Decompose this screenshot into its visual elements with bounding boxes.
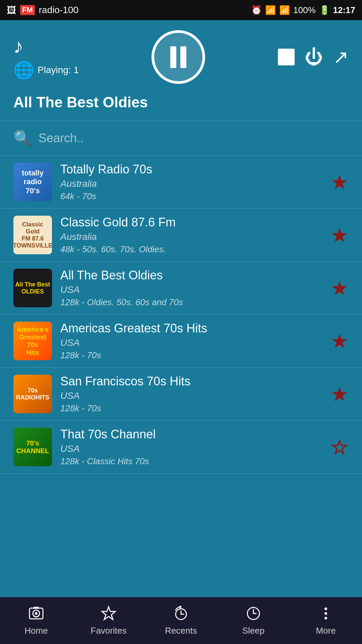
battery-icon: 🔋 xyxy=(319,5,330,15)
station-info: That 70s Channel USA 128k - Classic Hits… xyxy=(60,427,322,467)
station-details: 64k - 70s xyxy=(60,191,322,202)
main-content: ♪ 🌐 Playing: 1 ⏻ ↗ All The Best Oldies 🔍 xyxy=(0,20,362,597)
player-header: ♪ 🌐 Playing: 1 ⏻ ↗ xyxy=(0,20,362,91)
nav-item-recents[interactable]: Recents xyxy=(145,605,217,636)
station-item[interactable]: totallyradio70's Totally Radio 70s Austr… xyxy=(0,156,362,209)
station-name: Classic Gold 87.6 Fm xyxy=(60,215,322,229)
sleep-icon xyxy=(245,605,261,623)
status-bar: 🖼 FM radio-100 ⏰ 📶 📶 100% 🔋 12:17 xyxy=(0,0,362,20)
nav-label-home: Home xyxy=(24,626,48,636)
station-country: USA xyxy=(60,443,322,454)
station-item[interactable]: America'sGreatest70sHits Americas Greate… xyxy=(0,315,362,368)
station-name: All The Best Oldies xyxy=(60,268,322,282)
recents-icon xyxy=(173,605,189,623)
nav-label-sleep: Sleep xyxy=(242,626,265,636)
status-bar-left: 🖼 FM radio-100 xyxy=(7,5,78,16)
nav-label-recents: Recents xyxy=(165,626,197,636)
station-name: Totally Radio 70s xyxy=(60,162,322,176)
station-favorite-star[interactable]: ★ xyxy=(330,382,349,406)
share-button[interactable]: ↗ xyxy=(333,46,349,68)
nav-item-home[interactable]: Home xyxy=(0,605,72,636)
station-list: totallyradio70's Totally Radio 70s Austr… xyxy=(0,156,362,597)
station-item[interactable]: 70sRADIOHITS San Franciscos 70s Hits USA… xyxy=(0,368,362,421)
station-logo: America'sGreatest70sHits xyxy=(13,322,52,360)
station-favorite-star[interactable]: ★ xyxy=(330,276,349,300)
search-icon: 🔍 xyxy=(13,129,32,147)
station-item[interactable]: 70'sCHANNEL That 70s Channel USA 128k - … xyxy=(0,421,362,474)
station-info: San Franciscos 70s Hits USA 128k - 70s xyxy=(60,374,322,414)
favorites-icon xyxy=(101,605,117,623)
station-logo: All The BestOLDIES xyxy=(13,269,52,307)
photo-icon: 🖼 xyxy=(7,5,16,16)
svg-point-8 xyxy=(324,612,327,615)
pause-icon xyxy=(170,46,186,68)
station-logo: totallyradio70's xyxy=(13,163,52,201)
player-controls-right: ⏻ ↗ xyxy=(278,46,349,68)
music-note-icon: ♪ xyxy=(13,35,23,58)
station-item[interactable]: All The BestOLDIES All The Best Oldies U… xyxy=(0,262,362,315)
pause-button[interactable] xyxy=(152,30,205,84)
station-info: Classic Gold 87.6 Fm Australia 48k - 50s… xyxy=(60,215,322,255)
station-country: Australia xyxy=(60,178,322,189)
svg-point-9 xyxy=(324,617,327,620)
station-details: 128k - Oldies. 50s. 60s and 70s xyxy=(60,297,322,308)
now-playing-title: All The Best Oldies xyxy=(13,94,349,111)
status-bar-right: ⏰ 📶 📶 100% 🔋 12:17 xyxy=(251,5,355,15)
station-logo: 70'sCHANNEL xyxy=(13,428,52,466)
svg-rect-3 xyxy=(34,607,39,609)
svg-point-2 xyxy=(35,612,38,615)
wifi-icon: 📶 xyxy=(265,5,276,15)
station-favorite-star[interactable]: ★ xyxy=(330,170,349,194)
station-logo: 70sRADIOHITS xyxy=(13,375,52,413)
bottom-nav: Home Favorites Recents Sleep More xyxy=(0,597,362,644)
playing-label: Playing: 1 xyxy=(38,65,79,75)
svg-point-7 xyxy=(324,607,327,610)
station-info: Totally Radio 70s Australia 64k - 70s xyxy=(60,162,322,202)
station-favorite-star[interactable]: ★ xyxy=(330,223,349,247)
globe-icon: 🌐 xyxy=(13,60,34,80)
more-icon xyxy=(318,605,334,623)
clock: 12:17 xyxy=(333,5,356,15)
station-details: 128k - 70s xyxy=(60,403,322,414)
power-button[interactable]: ⏻ xyxy=(305,46,323,68)
station-country: Australia xyxy=(60,231,322,242)
station-logo: ClassicGoldFM 87.6TOWNSVILLE xyxy=(13,216,52,254)
now-playing-section: All The Best Oldies xyxy=(0,91,362,121)
station-country: USA xyxy=(60,337,322,348)
nav-item-favorites[interactable]: Favorites xyxy=(72,605,145,636)
home-icon xyxy=(28,605,44,623)
station-name: San Franciscos 70s Hits xyxy=(60,374,322,388)
station-details: 48k - 50s. 60s. 70s. Oldies. xyxy=(60,244,322,255)
alarm-icon: ⏰ xyxy=(251,5,262,15)
station-favorite-star[interactable]: ☆ xyxy=(330,435,349,459)
stop-button[interactable] xyxy=(278,49,295,65)
station-info: All The Best Oldies USA 128k - Oldies. 5… xyxy=(60,268,322,308)
station-country: USA xyxy=(60,390,322,401)
station-name: Americas Greatest 70s Hits xyxy=(60,321,322,335)
station-item[interactable]: ClassicGoldFM 87.6TOWNSVILLE Classic Gol… xyxy=(0,209,362,262)
battery-percent: 100% xyxy=(293,5,316,15)
radio-icon: FM xyxy=(20,5,35,15)
station-info: Americas Greatest 70s Hits USA 128k - 70… xyxy=(60,321,322,361)
station-favorite-star[interactable]: ★ xyxy=(330,329,349,353)
nav-item-more[interactable]: More xyxy=(290,605,362,636)
nav-item-sleep[interactable]: Sleep xyxy=(217,605,290,636)
nav-label-favorites: Favorites xyxy=(91,626,127,636)
svg-marker-4 xyxy=(102,607,115,620)
station-name: That 70s Channel xyxy=(60,427,322,441)
search-bar: 🔍 xyxy=(0,121,362,156)
station-details: 128k - Classic Hits 70s xyxy=(60,456,322,467)
station-country: USA xyxy=(60,284,322,295)
station-details: 128k - 70s xyxy=(60,350,322,361)
search-input[interactable] xyxy=(39,131,349,145)
signal-icon: 📶 xyxy=(279,5,290,15)
notification-count: radio-100 xyxy=(39,5,78,15)
nav-label-more: More xyxy=(316,626,336,636)
